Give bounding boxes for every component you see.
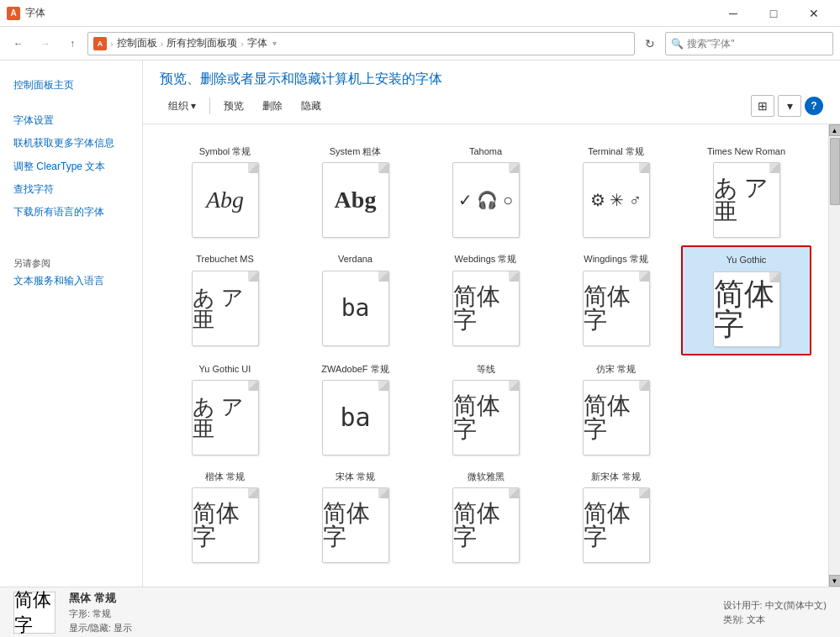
forward-button[interactable]: → xyxy=(34,32,57,55)
sidebar-download-fonts-link[interactable]: 下载所有语言的字体 xyxy=(0,201,142,224)
font-icon-newsongti: 简体字 xyxy=(583,487,650,563)
font-item-heiti-selected xyxy=(681,355,811,463)
help-button[interactable]: ? xyxy=(805,97,823,115)
font-icon-times-new-roman: あ ア 亜 xyxy=(713,162,780,238)
font-icon-yu-gothic: 简体字 xyxy=(713,271,780,347)
font-item-trebuchet[interactable]: Trebuchet MS あ ア 亜 xyxy=(160,245,290,355)
up-button[interactable]: ↑ xyxy=(61,32,84,55)
font-item-symbol[interactable]: Symbol 常规 Abg xyxy=(160,138,290,245)
scrollbar-down-button[interactable]: ▼ xyxy=(829,575,841,587)
font-icon-tahoma: ✓ 🎧 ○ xyxy=(452,162,520,238)
font-name-fangsong: 仿宋 常规 xyxy=(596,363,636,375)
font-preview-symbol: Abg xyxy=(206,188,244,212)
font-item-system[interactable]: System 粗体 Abg xyxy=(290,138,420,245)
organize-label: 组织 ▾ xyxy=(168,99,196,113)
font-item-tahoma[interactable]: Tahoma ✓ 🎧 ○ xyxy=(420,138,551,245)
font-item-newsongti[interactable]: 新宋体 常规 简体字 xyxy=(551,463,681,571)
font-icon-yu-gothic-ui: あ ア 亜 xyxy=(192,380,259,455)
status-style: 字形: 常规 xyxy=(69,608,132,620)
font-item-yahei[interactable]: 微软雅黑 简体字 xyxy=(420,463,551,571)
search-input[interactable] xyxy=(687,38,827,50)
scrollbar[interactable]: ▲ ▼ xyxy=(828,124,840,587)
font-item-terminal[interactable]: Terminal 常规 ⚙ ✳ ♂ xyxy=(551,138,681,245)
font-preview-yahei: 简体字 xyxy=(453,502,519,549)
font-name-zwadobef: ZWAdobeF 常规 xyxy=(321,363,388,375)
font-item-yu-gothic[interactable]: Yu Gothic 简体字 xyxy=(681,245,811,355)
sidebar-find-char-link[interactable]: 查找字符 xyxy=(0,178,142,201)
font-preview-times-new-roman: あ ア 亜 xyxy=(714,176,779,224)
delete-button[interactable]: 删除 xyxy=(254,96,291,117)
font-preview-tahoma: ✓ 🎧 ○ xyxy=(458,192,513,208)
window-title: 字体 xyxy=(25,6,45,20)
font-preview-dengxian: 简体字 xyxy=(453,394,519,441)
font-item-fangsong[interactable]: 仿宋 常规 简体字 xyxy=(551,355,681,463)
font-preview-terminal: ⚙ ✳ ♂ xyxy=(590,192,642,208)
font-item-verdana[interactable]: Verdana ba xyxy=(290,245,420,355)
font-item-songti[interactable]: 宋体 常规 简体字 xyxy=(290,463,420,571)
font-icon-terminal: ⚙ ✳ ♂ xyxy=(583,162,650,238)
font-item-yu-gothic-ui[interactable]: Yu Gothic UI あ ア 亜 xyxy=(160,355,290,463)
font-item-kaiti[interactable]: 楷体 常规 简体字 xyxy=(160,463,290,571)
font-item-webdings[interactable]: Webdings 常规 简体字 xyxy=(420,245,551,355)
title-bar-left: A 字体 xyxy=(7,6,45,20)
sidebar-font-settings-link[interactable]: 字体设置 xyxy=(0,109,142,132)
font-name-wingdings: Wingdings 常规 xyxy=(584,253,647,265)
font-name-newsongti: 新宋体 常规 xyxy=(591,471,640,482)
font-name-times-new-roman: Times New Roman xyxy=(707,145,785,157)
font-icon-fangsong: 简体字 xyxy=(583,380,650,455)
preview-label: 预览 xyxy=(224,99,244,113)
title-bar: A 字体 ─ □ ✕ xyxy=(0,0,840,27)
sidebar-cleartype-link[interactable]: 调整 ClearType 文本 xyxy=(0,155,142,178)
font-name-verdana: Verdana xyxy=(338,253,372,265)
minimize-button[interactable]: ─ xyxy=(714,0,753,27)
address-bar: ← → ↑ A › 控制面板 › 所有控制面板项 › 字体 ▾ ↻ 🔍 xyxy=(0,27,840,61)
font-preview-webdings: 简体字 xyxy=(453,285,519,332)
font-icon-webdings: 简体字 xyxy=(452,271,520,346)
font-name-system: System 粗体 xyxy=(330,145,382,157)
status-category: 类别: 文本 xyxy=(723,613,827,626)
font-icon-wingdings: 简体字 xyxy=(583,271,650,346)
status-preview: 简体字 xyxy=(13,592,55,634)
sidebar-online-fonts-link[interactable]: 联机获取更多字体信息 xyxy=(0,132,142,155)
font-name-songti: 宋体 常规 xyxy=(335,471,375,482)
view-dropdown-button[interactable]: ▾ xyxy=(778,95,801,117)
font-item-wingdings[interactable]: Wingdings 常规 简体字 xyxy=(551,245,681,355)
refresh-button[interactable]: ↻ xyxy=(638,32,662,55)
font-grid: Symbol 常规 Abg System 粗体 Abg Tahoma ✓ 🎧 ○ xyxy=(143,124,828,587)
sidebar: 控制面板主页 字体设置 联机获取更多字体信息 调整 ClearType 文本 查… xyxy=(0,61,143,587)
status-info: 黑体 常规 字形: 常规 显示/隐藏: 显示 xyxy=(69,591,132,634)
font-name-terminal: Terminal 常规 xyxy=(588,145,644,157)
status-bar: 简体字 黑体 常规 字形: 常规 显示/隐藏: 显示 设计用于: 中文(简体中文… xyxy=(0,587,840,637)
font-preview-trebuchet: あ ア 亜 xyxy=(193,287,258,330)
scrollbar-up-button[interactable]: ▲ xyxy=(829,124,841,136)
status-preview-text: 简体字 xyxy=(14,587,55,638)
font-name-tahoma: Tahoma xyxy=(469,145,502,157)
sidebar-text-services-link[interactable]: 文本服务和输入语言 xyxy=(0,270,142,292)
close-button[interactable]: ✕ xyxy=(795,0,833,27)
font-name-yahei: 微软雅黑 xyxy=(468,471,505,482)
status-right: 设计用于: 中文(简体中文) 类别: 文本 xyxy=(723,599,827,626)
preview-button[interactable]: 预览 xyxy=(215,96,252,117)
back-button[interactable]: ← xyxy=(7,32,30,55)
font-name-webdings: Webdings 常规 xyxy=(455,253,517,265)
delete-label: 删除 xyxy=(262,99,283,113)
organize-button[interactable]: 组织 ▾ xyxy=(160,96,204,117)
maximize-button[interactable]: □ xyxy=(754,0,793,27)
content-area: 预览、删除或者显示和隐藏计算机上安装的字体 组织 ▾ 预览 删除 隐藏 ⊞ ▾ … xyxy=(143,61,840,587)
toolbar: 组织 ▾ 预览 删除 隐藏 ⊞ ▾ ? xyxy=(143,95,840,124)
font-name-kaiti: 楷体 常规 xyxy=(205,471,245,482)
breadcrumb-fonts: 字体 xyxy=(247,36,267,50)
view-toggle-button[interactable]: ⊞ xyxy=(751,95,774,117)
hide-button[interactable]: 隐藏 xyxy=(293,96,330,117)
font-preview-kaiti: 简体字 xyxy=(193,502,258,549)
scrollbar-thumb[interactable] xyxy=(830,138,840,205)
breadcrumb-dropdown-icon[interactable]: ▾ xyxy=(272,39,277,48)
font-item-dengxian[interactable]: 等线 简体字 xyxy=(420,355,551,463)
sidebar-home-link[interactable]: 控制面板主页 xyxy=(0,74,142,97)
font-item-times-new-roman[interactable]: Times New Roman あ ア 亜 xyxy=(681,138,811,245)
font-icon-yahei: 简体字 xyxy=(452,487,520,563)
toolbar-right: ⊞ ▾ ? xyxy=(751,95,823,117)
status-font-name: 黑体 常规 xyxy=(69,591,132,606)
font-item-zwadobef[interactable]: ZWAdobeF 常规 ba xyxy=(290,355,420,463)
font-preview-yu-gothic-ui: あ ア 亜 xyxy=(193,396,258,440)
